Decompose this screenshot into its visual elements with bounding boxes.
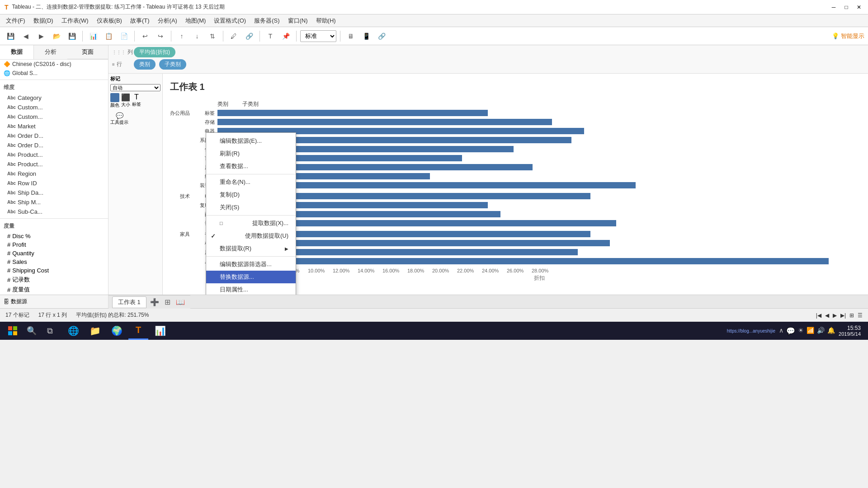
columns-pill[interactable]: 平均值(折扣) xyxy=(134,47,175,57)
menu-format[interactable]: 设置格式(O) xyxy=(210,15,250,26)
toolbar-save2-btn[interactable]: 💾 xyxy=(65,30,79,42)
measure-quantity[interactable]: # Quantity xyxy=(0,249,108,258)
toolbar-forward-btn[interactable]: ▶ xyxy=(34,30,48,42)
ctx-data-extract[interactable]: 数据提取(R) ▶ xyxy=(206,242,296,255)
toolbar-new-datasource-btn[interactable]: 📊 xyxy=(86,30,100,42)
conn-global[interactable]: 🌐 Global S... xyxy=(0,69,108,78)
taskbar-chrome-btn[interactable]: 🌍 xyxy=(107,322,127,340)
dim-market[interactable]: AbcMarket xyxy=(0,122,108,131)
ctx-date-props[interactable]: 日期属性... xyxy=(206,283,296,295)
dim-custom1[interactable]: AbcCustom... xyxy=(0,103,108,112)
menu-server[interactable]: 服务器(S) xyxy=(250,15,283,26)
dim-product1[interactable]: AbcProduct... xyxy=(0,150,108,160)
search-taskbar-btn[interactable]: 🔍 xyxy=(24,323,40,339)
wifi-icon[interactable]: 📶 xyxy=(807,327,814,335)
color-btn[interactable]: 颜色 xyxy=(110,93,119,108)
dim-product2[interactable]: AbcProduct... xyxy=(0,160,108,169)
menu-map[interactable]: 地图(M) xyxy=(182,15,210,26)
rows-pill1[interactable]: 类别 xyxy=(134,59,156,70)
dim-region[interactable]: AbcRegion xyxy=(0,169,108,178)
toolbar-open-btn[interactable]: 📂 xyxy=(50,30,63,42)
mark-type-select[interactable]: 自动 xyxy=(110,84,160,91)
menu-file[interactable]: 文件(F) xyxy=(2,15,29,26)
measure-records[interactable]: # 记录数 xyxy=(0,275,108,285)
notification-icon[interactable]: 🔔 xyxy=(827,327,835,335)
toolbar-device-btn[interactable]: 📱 xyxy=(359,30,373,42)
dim-category[interactable]: AbcCategory xyxy=(0,93,108,103)
wechat-icon[interactable]: 💬 xyxy=(786,327,795,335)
menu-worksheet[interactable]: 工作表(W) xyxy=(58,15,92,26)
toolbar-text-btn[interactable]: T xyxy=(264,30,277,42)
taskbar-app5-btn[interactable]: 📊 xyxy=(150,322,170,340)
tab-page[interactable]: 页面 xyxy=(67,45,108,59)
ctx-use-extract[interactable]: ✓ 使用数据提取(U) xyxy=(206,230,296,242)
dim-shipdate[interactable]: AbcShip Da... xyxy=(0,188,108,197)
label-btn[interactable]: T 标签 xyxy=(132,93,141,108)
dim-orderid2[interactable]: AbcOrder D... xyxy=(0,141,108,150)
minimize-button[interactable]: ─ xyxy=(829,3,838,12)
menu-window[interactable]: 窗口(N) xyxy=(284,15,311,26)
menu-data[interactable]: 数据(D) xyxy=(30,15,57,26)
smart-display-btn[interactable]: 💡 智能显示 xyxy=(832,32,864,40)
menu-story[interactable]: 故事(T) xyxy=(127,15,153,26)
close-button[interactable]: ✕ xyxy=(854,3,863,12)
rows-pill2[interactable]: 子类别 xyxy=(159,59,186,70)
measure-profit[interactable]: # Profit xyxy=(0,240,108,249)
title-bar-controls[interactable]: ─ □ ✕ xyxy=(829,3,863,12)
taskbar-folder-btn[interactable]: 📁 xyxy=(85,322,105,340)
task-view-btn[interactable]: ⧉ xyxy=(42,323,58,339)
menu-dashboard[interactable]: 仪表板(B) xyxy=(93,15,126,26)
toolbar-sort-asc-btn[interactable]: ↑ xyxy=(175,30,189,42)
tab-analysis[interactable]: 分析 xyxy=(34,45,67,59)
size-btn[interactable]: ⬛ 大小 xyxy=(121,93,130,108)
menu-help[interactable]: 帮助(H) xyxy=(312,15,340,26)
source-label[interactable]: 数据源 xyxy=(11,298,27,305)
toolbar-save-btn[interactable]: 💾 xyxy=(4,30,17,42)
ctx-close[interactable]: 关闭(S) xyxy=(206,201,296,214)
measure-shipping[interactable]: # Shipping Cost xyxy=(0,266,108,275)
dim-subcat[interactable]: AbcSub-Ca... xyxy=(0,207,108,216)
dim-custom2[interactable]: AbcCustom... xyxy=(0,112,108,122)
nav-next-icon[interactable]: ▶ xyxy=(833,312,837,319)
measure-values[interactable]: # 度量值 xyxy=(0,285,108,295)
nav-first-icon[interactable]: |◀ xyxy=(816,312,821,319)
toolbar-redo-btn[interactable]: ↪ xyxy=(154,30,167,42)
dim-shipmode[interactable]: AbcShip M... xyxy=(0,197,108,207)
start-button[interactable] xyxy=(4,324,22,338)
nav-list-icon[interactable]: ☰ xyxy=(858,312,863,319)
toolbar-back-btn[interactable]: ◀ xyxy=(19,30,33,42)
toolbar-highlight-btn[interactable]: 🖊 xyxy=(227,30,241,42)
new-sheet-icon[interactable]: ➕ xyxy=(148,297,161,307)
toolbar-sort-desc-btn[interactable]: ↓ xyxy=(190,30,204,42)
ctx-rename[interactable]: 重命名(N)... xyxy=(206,176,296,188)
dim-orderid1[interactable]: AbcOrder D... xyxy=(0,131,108,141)
nav-last-icon[interactable]: ▶| xyxy=(840,312,846,319)
nav-prev-icon[interactable]: ◀ xyxy=(825,312,829,319)
volume-icon[interactable]: 🔊 xyxy=(817,327,825,335)
ctx-replace-datasource[interactable]: 替换数据源... xyxy=(206,271,296,283)
measure-sales[interactable]: # Sales xyxy=(0,258,108,266)
ctx-refresh[interactable]: 刷新(R) xyxy=(206,147,296,160)
menu-analysis[interactable]: 分析(A) xyxy=(154,15,181,26)
new-story-icon[interactable]: 📖 xyxy=(174,297,187,307)
toolbar-pin-btn[interactable]: 📌 xyxy=(279,30,292,42)
ctx-view-data[interactable]: 查看数据... xyxy=(206,160,296,173)
new-dashboard-icon[interactable]: ⊞ xyxy=(163,297,172,307)
tooltip-btn[interactable]: 💬 工具提示 xyxy=(110,112,128,126)
worksheet-tab[interactable]: 工作表 1 xyxy=(112,296,146,308)
dim-rowid[interactable]: AbcRow ID xyxy=(0,178,108,188)
view-dropdown[interactable]: 标准 xyxy=(300,30,336,42)
conn-chinese[interactable]: 🔶 Chinese (CS2016 - disc) xyxy=(0,60,108,69)
tab-data[interactable]: 数据 xyxy=(0,45,34,59)
taskbar-tableau-btn[interactable]: T xyxy=(128,322,148,340)
toolbar-present-btn[interactable]: 🖥 xyxy=(344,30,358,42)
ctx-copy[interactable]: 复制(D) xyxy=(206,188,296,201)
measure-disc[interactable]: # Disc % xyxy=(0,232,108,240)
ctx-extract-data[interactable]: □ 提取数据(X)... xyxy=(206,217,296,230)
maximize-button[interactable]: □ xyxy=(842,3,851,12)
toolbar-filter-btn[interactable]: 🔗 xyxy=(242,30,256,42)
taskbar-ie-btn[interactable]: 🌐 xyxy=(63,322,83,340)
toolbar-paste-btn[interactable]: 📄 xyxy=(117,30,131,42)
nav-grid-icon[interactable]: ⊞ xyxy=(849,312,854,319)
toolbar-share-btn[interactable]: 🔗 xyxy=(375,30,388,42)
